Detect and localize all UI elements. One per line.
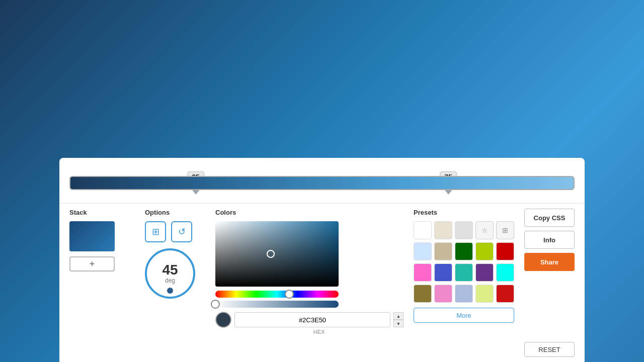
alpha-slider[interactable] xyxy=(215,301,339,308)
alpha-thumb xyxy=(211,300,220,309)
hex-label: HEX xyxy=(215,329,404,335)
refresh-icon: ↺ xyxy=(178,226,186,237)
copy-css-button[interactable]: Copy CSS xyxy=(524,209,575,227)
grid-icon: ⊞ xyxy=(152,226,159,237)
preset-white[interactable] xyxy=(414,221,432,239)
presets-row-3 xyxy=(414,263,514,282)
preset-light-gray[interactable] xyxy=(455,221,473,239)
reset-button[interactable]: RESET xyxy=(524,342,575,357)
preset-blue-purple[interactable] xyxy=(434,263,452,282)
preset-pink[interactable] xyxy=(414,263,432,282)
hex-input[interactable] xyxy=(234,312,390,327)
info-button[interactable]: Info xyxy=(524,231,575,249)
color-picker-gradient[interactable] xyxy=(215,221,339,287)
slider-section: 25 75 xyxy=(59,158,585,203)
share-button[interactable]: Share xyxy=(524,253,575,271)
presets-section: Presets ☆ ⊞ xyxy=(404,209,514,335)
presets-row-4 xyxy=(414,285,514,303)
presets-row-1: ☆ ⊞ xyxy=(414,221,514,239)
bottom-row: RESET xyxy=(59,342,585,357)
grid-icon-button[interactable]: ⊞ xyxy=(145,221,166,242)
color-swatch-small xyxy=(215,312,231,328)
right-buttons-section: Copy CSS Info Share xyxy=(514,209,575,335)
preset-purple[interactable] xyxy=(475,263,494,282)
more-button[interactable]: More xyxy=(414,308,514,323)
preset-dark-green[interactable] xyxy=(455,242,473,260)
degree-dial[interactable]: 45 deg xyxy=(145,248,195,299)
preset-cream[interactable] xyxy=(434,221,452,239)
preset-pale-blue[interactable] xyxy=(455,285,473,303)
color-picker-cursor xyxy=(267,250,275,258)
hue-slider[interactable] xyxy=(215,291,339,298)
presets-row-2 xyxy=(414,242,514,260)
add-button[interactable]: + xyxy=(69,256,115,272)
colors-section: Colors ▲ ▼ HEX xyxy=(205,209,404,335)
preset-teal[interactable] xyxy=(455,263,473,282)
preset-tan[interactable] xyxy=(434,242,452,260)
preset-yellow-green[interactable] xyxy=(475,242,494,260)
preset-light-pink[interactable] xyxy=(434,285,452,303)
preset-icon-grid[interactable]: ⊞ xyxy=(496,221,514,239)
spinner-buttons: ▲ ▼ xyxy=(393,312,404,327)
hue-thumb xyxy=(285,290,294,299)
spinner-up[interactable]: ▲ xyxy=(393,312,404,320)
dial-dot xyxy=(167,288,173,294)
options-section: Options ⊞ ↺ 45 deg xyxy=(140,209,205,335)
preset-cyan[interactable] xyxy=(496,263,514,282)
preset-icon-star[interactable]: ☆ xyxy=(475,221,494,239)
slider-track[interactable] xyxy=(69,176,575,190)
preset-light-blue[interactable] xyxy=(414,242,432,260)
presets-title: Presets xyxy=(414,209,514,216)
spinner-down[interactable]: ▼ xyxy=(393,320,404,327)
stack-preview xyxy=(69,221,115,251)
stack-title: Stack xyxy=(69,209,140,216)
preset-crimson[interactable] xyxy=(496,285,514,303)
degree-unit: deg xyxy=(165,277,175,284)
colors-title: Colors xyxy=(215,209,404,216)
options-title: Options xyxy=(145,209,205,216)
degree-value: 45 xyxy=(162,263,178,277)
stack-section: Stack + xyxy=(69,209,140,335)
refresh-icon-button[interactable]: ↺ xyxy=(171,221,192,242)
preset-red[interactable] xyxy=(496,242,514,260)
preset-olive[interactable] xyxy=(414,285,432,303)
preset-pale-yellow[interactable] xyxy=(475,285,494,303)
